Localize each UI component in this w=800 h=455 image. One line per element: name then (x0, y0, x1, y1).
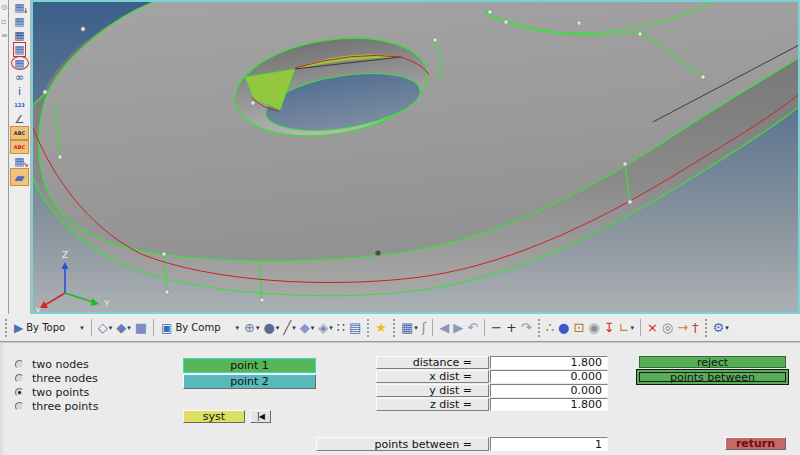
partial-list-icon[interactable]: ≡ (1, 29, 8, 43)
field-label-y-dist[interactable]: y dist = (376, 384, 489, 397)
toolbar-separator (432, 319, 433, 336)
windows-layout-icon[interactable]: ▦▾ (400, 316, 419, 340)
field-label-z-dist[interactable]: z dist = (376, 398, 489, 411)
points-between-button[interactable]: points between (636, 369, 789, 385)
folder-contents-icon[interactable]: ⊡ (572, 316, 585, 340)
mesh-update-icon[interactable]: ▦↓ (11, 0, 29, 14)
dropdown-caret-icon[interactable]: ▾ (329, 324, 333, 332)
partial-search-icon[interactable]: ⊙ (1, 1, 8, 15)
label-abc-icon[interactable]: ABC (10, 126, 29, 140)
points-between-label[interactable]: points between = (316, 437, 489, 451)
radio-circle[interactable] (15, 388, 24, 397)
prev-view-icon[interactable]: ◀ (438, 316, 450, 340)
toolbar-separator (153, 319, 154, 336)
mesh-sphere-region-icon[interactable]: ▦ (11, 56, 29, 70)
syst-button[interactable]: syst (183, 410, 245, 423)
colored-balls-icon: ∴ (546, 316, 554, 340)
dropdown-caret-icon[interactable]: ▾ (630, 324, 634, 332)
partial-panel-icon[interactable]: ▫ (1, 15, 6, 29)
toolbar-separator (91, 319, 92, 336)
hidden-line-mode-icon[interactable]: ◆▾ (115, 316, 132, 340)
left-toolbar: ▦↓▦▦▦▦∞i123∠ABCABC▦↘▰ (9, 0, 31, 314)
dropdown-caret-icon[interactable]: ▾ (236, 324, 240, 332)
probe-icon[interactable]: † (691, 316, 700, 340)
facet-display-icon[interactable]: ◈▾ (317, 316, 334, 340)
binoculars-icon[interactable]: ∞ (11, 70, 29, 84)
next-view-icon[interactable]: ▶ (452, 316, 464, 340)
radio-circle[interactable] (15, 360, 24, 369)
reject-button[interactable]: reject (639, 356, 786, 368)
field-input-y-dist[interactable] (490, 384, 608, 397)
dropdown-caret-icon[interactable]: ▾ (109, 324, 113, 332)
point1-button[interactable]: point 1 (183, 358, 316, 373)
favorites-star-icon[interactable]: ★ (374, 316, 388, 340)
solid-sphere-icon[interactable]: ●▾ (262, 316, 280, 340)
radio-circle[interactable] (15, 402, 24, 411)
plane-icon[interactable]: ▰ (10, 168, 29, 186)
wireframe-mode-icon: ◇ (98, 316, 108, 340)
colored-balls-icon[interactable]: ∴ (545, 316, 555, 340)
folder-contents-icon: ⊡ (573, 316, 584, 340)
replace-node-icon[interactable]: ▦↘ (11, 154, 29, 168)
dropdown-caret-icon[interactable]: ▾ (256, 324, 260, 332)
mesh-region-icon[interactable]: ▦ (11, 42, 29, 56)
wireframe-mode-icon[interactable]: ◇▾ (97, 316, 114, 340)
field-input-x-dist[interactable] (490, 370, 608, 383)
mesh-solid-icon[interactable]: ▦ (11, 28, 29, 42)
line-display-icon[interactable]: ╱▾ (282, 316, 296, 340)
gray-spheres-icon[interactable]: ◎ (661, 316, 674, 340)
radio-three-nodes[interactable]: three nodes (15, 372, 98, 384)
diamond-display-icon[interactable]: ◆▾ (299, 316, 316, 340)
first-system-button[interactable]: |◀ (250, 410, 271, 423)
radio-circle[interactable] (15, 374, 24, 383)
radio-two-points[interactable]: two points (15, 386, 89, 398)
radio-three-points[interactable]: three points (15, 400, 98, 412)
display-by-topo[interactable]: ▶By Topo▾ (12, 316, 86, 340)
import-folder-icon[interactable]: ↧ (603, 316, 616, 340)
count-123-icon[interactable]: 123 (11, 98, 29, 112)
point2-button[interactable]: point 2 (183, 374, 316, 389)
by-comp-icon: ▣ (161, 321, 172, 335)
blue-sphere-icon[interactable]: ● (557, 316, 570, 340)
dropdown-caret-icon[interactable]: ▾ (311, 324, 315, 332)
field-input-z-dist[interactable] (490, 398, 608, 411)
wire-sphere-icon[interactable]: ⊕▾ (243, 316, 260, 340)
sphere-folder-icon[interactable]: ◉ (587, 316, 600, 340)
label-abc-red-icon[interactable]: ABC (10, 140, 29, 154)
zoom-in-icon[interactable]: + (505, 316, 518, 340)
undo-view-icon[interactable]: ↶ (466, 316, 479, 340)
wrench-icon[interactable]: ʃ (421, 316, 427, 340)
mesh-view-icon[interactable]: ▦ (11, 14, 29, 28)
redo-view-icon[interactable]: ↷ (520, 316, 533, 340)
shaded-mode-icon[interactable]: ■ (134, 316, 148, 340)
radio-two-nodes[interactable]: two nodes (15, 358, 89, 370)
hidden-line-mode-icon: ◆ (116, 316, 126, 340)
field-label-distance[interactable]: distance = (376, 356, 489, 369)
points-between-input[interactable] (490, 437, 608, 451)
settings-gear-icon[interactable]: ⚙▾ (712, 316, 730, 340)
measure-icon[interactable]: ∠ (11, 112, 29, 126)
dropdown-caret-icon[interactable]: ▾ (292, 324, 296, 332)
monitor-icon: ▤ (349, 316, 361, 340)
redo-view-icon: ↷ (521, 316, 532, 340)
dropdown-caret-icon[interactable]: ▾ (725, 324, 729, 332)
dropdown-caret-icon[interactable]: ▾ (127, 324, 131, 332)
monitor-icon[interactable]: ▤ (348, 316, 362, 340)
field-label-x-dist[interactable]: x dist = (376, 370, 489, 383)
zoom-out-icon[interactable]: − (490, 316, 503, 340)
return-button[interactable]: return (725, 437, 786, 450)
dropdown-caret-icon[interactable]: ▾ (276, 324, 280, 332)
zoom-out-icon: − (491, 316, 502, 340)
export-folder-icon[interactable]: → (676, 316, 689, 340)
curve-node-icon[interactable]: ∟▾ (618, 316, 635, 340)
axis-label-z: Z (62, 250, 68, 260)
delete-icon[interactable]: × (646, 316, 659, 340)
dropdown-caret-icon[interactable]: ▾ (414, 324, 418, 332)
display-by-comp[interactable]: ▣By Comp▾ (159, 316, 241, 340)
info-icon[interactable]: i (11, 84, 29, 98)
field-input-distance[interactable] (490, 356, 608, 369)
dropdown-caret-icon[interactable]: ▾ (80, 324, 84, 332)
points-display-icon[interactable]: ∷ (336, 316, 346, 340)
viewport-3d[interactable]: Z X Y (31, 0, 800, 314)
control-panel: two nodesthree nodestwo pointsthree poin… (0, 342, 800, 455)
